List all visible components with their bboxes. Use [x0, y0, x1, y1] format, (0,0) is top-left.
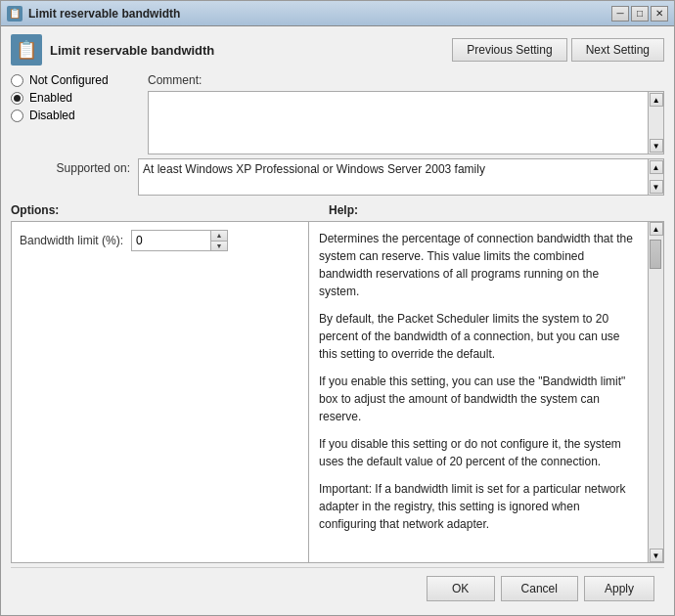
- nav-buttons: Previous Setting Next Setting: [452, 38, 664, 62]
- radio-group: Not Configured Enabled Disabled: [11, 73, 138, 154]
- bandwidth-input[interactable]: [132, 231, 210, 250]
- help-paragraph-4: If you disable this setting or do not co…: [319, 435, 638, 470]
- supported-row: Supported on: At least Windows XP Profes…: [11, 158, 664, 196]
- comment-label: Comment:: [148, 73, 664, 87]
- window-title: Limit reservable bandwidth: [28, 7, 611, 21]
- next-setting-button[interactable]: Next Setting: [571, 38, 664, 62]
- comment-section: Comment: ▲ ▼: [148, 73, 664, 154]
- help-paragraph-3: If you enable this setting, you can use …: [319, 373, 638, 425]
- spin-down-button[interactable]: ▼: [211, 241, 227, 250]
- help-paragraph-2: By default, the Packet Scheduler limits …: [319, 310, 638, 363]
- help-scroll-track[interactable]: [649, 236, 663, 549]
- help-paragraph-5: Important: If a bandwidth limit is set f…: [319, 480, 638, 533]
- options-section-label: Options:: [11, 203, 59, 217]
- maximize-button[interactable]: □: [631, 6, 649, 22]
- supported-label: Supported on:: [11, 158, 138, 175]
- window-icon: 📋: [7, 6, 22, 22]
- apply-button[interactable]: Apply: [584, 576, 654, 601]
- supported-wrapper: At least Windows XP Professional or Wind…: [138, 158, 664, 196]
- minimize-button[interactable]: ─: [611, 6, 629, 22]
- help-scroll-down[interactable]: ▼: [650, 549, 663, 562]
- radio-enabled[interactable]: Enabled: [11, 91, 128, 105]
- radio-comment-row: Not Configured Enabled Disabled Comment:: [11, 73, 664, 154]
- panels-row: Bandwidth limit (%): ▲ ▼ Determines the …: [11, 221, 664, 563]
- help-scrollbar: ▲ ▼: [649, 221, 664, 563]
- title-bar: 📋 Limit reservable bandwidth ─ □ ✕: [1, 1, 674, 26]
- previous-setting-button[interactable]: Previous Setting: [452, 38, 566, 62]
- footer: OK Cancel Apply: [11, 567, 664, 607]
- radio-not-configured-input[interactable]: [11, 74, 23, 87]
- comment-scrollbar: ▲ ▼: [649, 91, 664, 154]
- cancel-button[interactable]: Cancel: [501, 576, 578, 601]
- radio-enabled-input[interactable]: [11, 92, 23, 105]
- help-scroll-up[interactable]: ▲: [650, 222, 663, 236]
- radio-enabled-label: Enabled: [29, 91, 72, 105]
- policy-title: Limit reservable bandwidth: [50, 43, 444, 58]
- ok-button[interactable]: OK: [427, 576, 495, 601]
- close-button[interactable]: ✕: [651, 6, 668, 22]
- window-controls: ─ □ ✕: [611, 6, 668, 22]
- comment-scroll-up[interactable]: ▲: [650, 93, 663, 107]
- comment-wrapper: ▲ ▼: [148, 91, 664, 154]
- supported-scroll-up[interactable]: ▲: [650, 160, 663, 174]
- spinbox-arrows: ▲ ▼: [210, 231, 227, 250]
- help-section-label: Help:: [329, 203, 358, 217]
- comment-scroll-down[interactable]: ▼: [650, 139, 663, 153]
- section-labels: Options: Help:: [11, 203, 664, 217]
- policy-icon: 📋: [11, 34, 42, 66]
- spin-up-button[interactable]: ▲: [211, 231, 227, 241]
- dialog-content: 📋 Limit reservable bandwidth Previous Se…: [1, 26, 674, 615]
- supported-scroll-down[interactable]: ▼: [650, 180, 663, 194]
- bandwidth-spinbox[interactable]: ▲ ▼: [131, 230, 228, 251]
- radio-not-configured-label: Not Configured: [29, 73, 109, 87]
- radio-disabled[interactable]: Disabled: [11, 109, 128, 122]
- bandwidth-row: Bandwidth limit (%): ▲ ▼: [20, 230, 300, 251]
- bandwidth-label: Bandwidth limit (%):: [20, 234, 123, 247]
- radio-not-configured[interactable]: Not Configured: [11, 73, 128, 87]
- help-panel: Determines the percentage of connection …: [309, 221, 649, 563]
- options-panel: Bandwidth limit (%): ▲ ▼: [11, 221, 309, 563]
- radio-disabled-label: Disabled: [29, 109, 75, 122]
- help-scroll-thumb[interactable]: [650, 240, 661, 269]
- main-window: 📋 Limit reservable bandwidth ─ □ ✕ 📋 Lim…: [0, 0, 675, 616]
- header-row: 📋 Limit reservable bandwidth Previous Se…: [11, 34, 664, 66]
- help-paragraph-1: Determines the percentage of connection …: [319, 230, 638, 300]
- comment-textarea[interactable]: [148, 91, 649, 154]
- supported-value: At least Windows XP Professional or Wind…: [138, 158, 649, 196]
- radio-disabled-input[interactable]: [11, 110, 23, 122]
- supported-scrollbar: ▲ ▼: [649, 158, 664, 196]
